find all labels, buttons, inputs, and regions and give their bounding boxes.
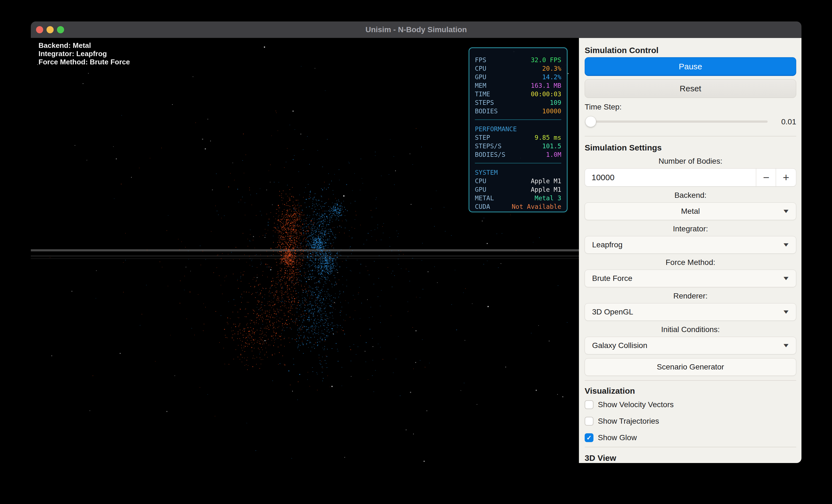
pause-button[interactable]: Pause bbox=[584, 57, 796, 76]
slider-thumb[interactable] bbox=[585, 116, 596, 127]
renderer-dropdown[interactable]: 3D OpenGL▼ bbox=[584, 303, 796, 321]
hud-stat-label: STEPS/S bbox=[475, 142, 501, 151]
show-glow-label[interactable]: Show Glow bbox=[598, 433, 637, 442]
show-glow-checkbox[interactable]: ✓ bbox=[584, 433, 594, 442]
show-velocity-vectors-checkbox[interactable] bbox=[584, 400, 594, 409]
hud-stat-row: FPS32.0 FPS bbox=[475, 56, 561, 64]
increment-button[interactable]: + bbox=[777, 169, 796, 186]
show-trajectories-checkbox[interactable] bbox=[584, 417, 594, 426]
time-step-value: 0.01 bbox=[781, 117, 797, 126]
hud-stat-value: 163.1 MB bbox=[531, 81, 561, 90]
num-bodies-field: − + bbox=[584, 168, 796, 187]
hud-stat-value: 10000 bbox=[542, 107, 561, 115]
hud-section-header: PERFORMANCE bbox=[475, 125, 561, 133]
hud-stat-row: BODIES10000 bbox=[475, 107, 561, 115]
control-panel: Simulation Control Pause Reset Time Step… bbox=[579, 38, 802, 463]
hud-stat-value: 20.3% bbox=[542, 64, 561, 73]
stats-hud: FPS32.0 FPSCPU20.3%GPU14.2%MEM163.1 MBTI… bbox=[469, 47, 568, 212]
hud-stat-row: MEM163.1 MB bbox=[475, 81, 561, 90]
dropdown-arrow-icon: ▼ bbox=[782, 342, 790, 349]
hud-stat-row: STEPS109 bbox=[475, 99, 561, 107]
titlebar[interactable]: Unisim - N-Body Simulation bbox=[31, 22, 802, 38]
hud-stat-label: STEPS bbox=[475, 99, 494, 107]
decrement-button[interactable]: − bbox=[757, 169, 776, 186]
hud-stat-label: GPU bbox=[475, 73, 487, 81]
hud-stat-row: GPU14.2% bbox=[475, 73, 561, 81]
reset-button[interactable]: Reset bbox=[584, 79, 796, 98]
hud-stat-label: MEM bbox=[475, 81, 487, 90]
backend-dropdown[interactable]: Metal▼ bbox=[584, 203, 796, 220]
overlay-backend: Backend: Metal bbox=[38, 41, 130, 50]
dropdown-arrow-icon: ▼ bbox=[782, 309, 790, 315]
time-step-label: Time Step: bbox=[584, 103, 796, 111]
hud-stat-value: 9.85 ms bbox=[535, 133, 561, 142]
show-trajectories-row: Show Trajectories bbox=[584, 417, 796, 426]
divider bbox=[584, 136, 796, 136]
hud-stat-label: METAL bbox=[475, 194, 494, 203]
overlay-force-method: Force Method: Brute Force bbox=[38, 58, 130, 66]
simulation-viewport: Backend: Metal Integrator: Leapfrog Forc… bbox=[31, 38, 579, 463]
hud-stat-value: 32.0 FPS bbox=[531, 56, 561, 64]
hud-stat-row: CPUApple M1 bbox=[475, 177, 561, 185]
hud-stat-value: 00:00:03 bbox=[531, 90, 561, 99]
hud-stat-label: FPS bbox=[475, 56, 487, 64]
integrator-label: Integrator: bbox=[584, 225, 796, 233]
hud-stat-row: GPUApple M1 bbox=[475, 185, 561, 194]
hud-stat-value: Apple M1 bbox=[531, 185, 561, 194]
hud-stat-label: CPU bbox=[475, 177, 487, 185]
visualization-heading: Visualization bbox=[584, 386, 796, 396]
time-step-slider[interactable]: 0.01 bbox=[584, 114, 796, 129]
initial-conditions-value: Galaxy Collision bbox=[585, 341, 796, 350]
hud-stat-row: BODIES/S1.0M bbox=[475, 151, 561, 159]
slider-track[interactable] bbox=[588, 121, 768, 123]
backend-value: Metal bbox=[585, 207, 796, 216]
simulation-control-heading: Simulation Control bbox=[584, 46, 796, 55]
hud-stat-label: TIME bbox=[475, 90, 490, 99]
renderer-label: Renderer: bbox=[584, 292, 796, 300]
viewport-overlay: Backend: Metal Integrator: Leapfrog Forc… bbox=[38, 41, 130, 66]
hud-stat-row: CPU20.3% bbox=[475, 64, 561, 73]
hud-stat-row: STEPS/S101.5 bbox=[475, 142, 561, 151]
hud-section-header: SYSTEM bbox=[475, 168, 561, 177]
divider bbox=[584, 380, 796, 381]
hud-stat-row: METALMetal 3 bbox=[475, 194, 561, 203]
hud-divider bbox=[475, 163, 561, 163]
initial-conditions-dropdown[interactable]: Galaxy Collision▼ bbox=[584, 337, 796, 354]
hud-stat-value: 14.2% bbox=[542, 73, 561, 81]
dropdown-arrow-icon: ▼ bbox=[782, 242, 790, 248]
divider bbox=[584, 447, 796, 447]
hud-stat-value: 109 bbox=[550, 99, 561, 107]
renderer-value: 3D OpenGL bbox=[585, 308, 796, 316]
show-trajectories-label[interactable]: Show Trajectories bbox=[598, 417, 659, 426]
overlay-integrator: Integrator: Leapfrog bbox=[38, 50, 130, 58]
force-method-value: Brute Force bbox=[585, 274, 796, 283]
stepper-separator bbox=[756, 169, 756, 186]
backend-label: Backend: bbox=[584, 191, 796, 199]
show-velocity-vectors-label[interactable]: Show Velocity Vectors bbox=[598, 400, 674, 409]
window-title: Unisim - N-Body Simulation bbox=[31, 22, 802, 38]
hud-stat-label: BODIES bbox=[475, 107, 498, 115]
hud-stat-value: 101.5 bbox=[542, 142, 561, 151]
integrator-dropdown[interactable]: Leapfrog▼ bbox=[584, 236, 796, 254]
integrator-value: Leapfrog bbox=[585, 240, 796, 249]
stepper-separator bbox=[776, 169, 776, 186]
show-glow-row: ✓Show Glow bbox=[584, 433, 796, 442]
force-method-dropdown[interactable]: Brute Force▼ bbox=[584, 270, 796, 287]
3d-view-heading: 3D View bbox=[584, 453, 796, 463]
hud-stat-value: 1.0M bbox=[546, 151, 561, 159]
hud-stat-value: Not Available bbox=[512, 203, 561, 211]
hud-divider bbox=[475, 120, 561, 120]
force-method-label: Force Method: bbox=[584, 259, 796, 266]
hud-stat-row: CUDANot Available bbox=[475, 203, 561, 211]
hud-stat-label: BODIES/S bbox=[475, 151, 505, 159]
dropdown-arrow-icon: ▼ bbox=[782, 275, 790, 282]
hud-stat-label: STEP bbox=[475, 133, 490, 142]
simulation-settings-heading: Simulation Settings bbox=[584, 143, 796, 152]
dropdown-arrow-icon: ▼ bbox=[782, 208, 790, 214]
hud-stat-value: Apple M1 bbox=[531, 177, 561, 185]
show-velocity-vectors-row: Show Velocity Vectors bbox=[584, 400, 796, 409]
hud-stat-value: Metal 3 bbox=[535, 194, 561, 203]
scenario-generator-button[interactable]: Scenario Generator bbox=[584, 358, 796, 376]
initial-conditions-label: Initial Conditions: bbox=[584, 326, 796, 334]
num-bodies-label: Number of Bodies: bbox=[584, 157, 796, 165]
